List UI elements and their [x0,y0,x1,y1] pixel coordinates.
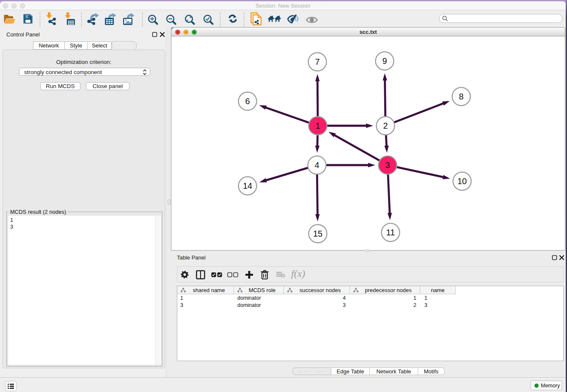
svg-text:9: 9 [382,56,387,66]
svg-text:8: 8 [459,92,463,101]
svg-text:10: 10 [457,177,467,186]
svg-text:11: 11 [386,228,395,237]
svg-text:14: 14 [243,181,252,190]
svg-text:2: 2 [383,121,388,130]
svg-text:1: 1 [315,121,320,130]
svg-text:6: 6 [245,97,250,106]
svg-text:3: 3 [385,160,390,170]
svg-text:4: 4 [314,160,319,170]
svg-text:15: 15 [313,229,322,238]
svg-text:7: 7 [315,57,319,66]
